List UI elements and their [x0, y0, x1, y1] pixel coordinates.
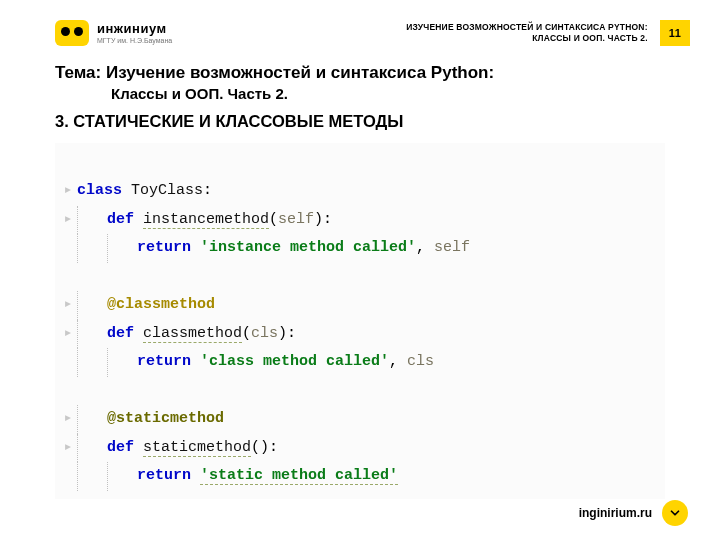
- header-title: ИЗУЧЕНИЕ ВОЗМОЖНОСТЕЙ И СИНТАКСИСА PYTHO…: [406, 22, 648, 44]
- footer-url: inginirium.ru: [579, 506, 652, 520]
- code-block: ▸class ToyClass: ▸ def instancemethod(se…: [55, 143, 665, 499]
- logo-name: инжиниум: [97, 22, 172, 35]
- logo-icon: [55, 20, 89, 46]
- slide-number: 11: [660, 20, 690, 46]
- topic-line: Тема: Изучение возможностей и синтаксиса…: [55, 62, 665, 85]
- logo-subtitle: МГТУ им. Н.Э.Баумана: [97, 37, 172, 44]
- section-heading: 3. СТАТИЧЕСКИЕ И КЛАССОВЫЕ МЕТОДЫ: [0, 102, 720, 137]
- chevron-down-icon: [662, 500, 688, 526]
- topic-subline: Классы и ООП. Часть 2.: [55, 85, 665, 102]
